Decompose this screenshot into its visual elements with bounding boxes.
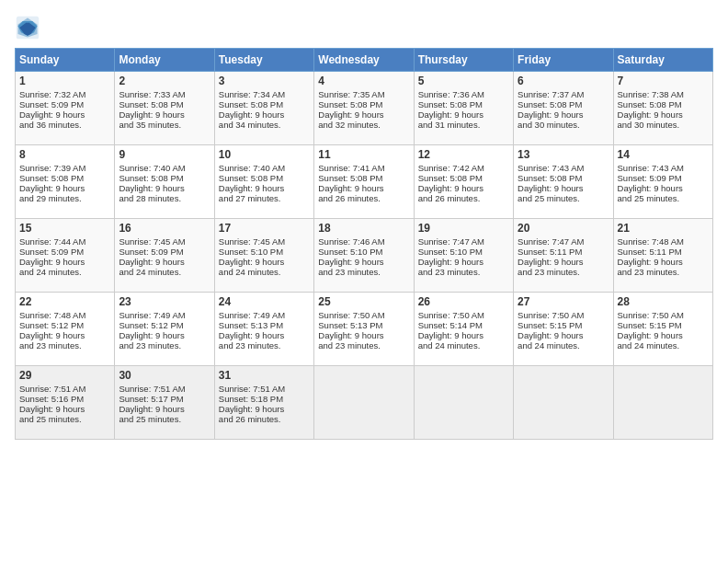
day-info-line: Daylight: 9 hours [518,183,609,193]
day-info-line: Daylight: 9 hours [618,257,709,267]
day-info-line: Sunrise: 7:51 AM [19,384,110,394]
day-info-line: and 28 minutes. [119,193,210,203]
calendar-cell: 7Sunrise: 7:38 AMSunset: 5:08 PMDaylight… [613,72,712,145]
day-info-line: Daylight: 9 hours [219,183,310,193]
day-info-line: Daylight: 9 hours [19,257,110,267]
day-info-line: and 24 minutes. [219,267,310,277]
calendar-cell: 29Sunrise: 7:51 AMSunset: 5:16 PMDayligh… [16,366,115,440]
day-info-line: and 36 minutes. [19,120,110,130]
day-info-line: Sunset: 5:09 PM [19,247,110,257]
calendar-cell: 4Sunrise: 7:35 AMSunset: 5:08 PMDaylight… [314,72,414,145]
day-info-line: Sunset: 5:11 PM [618,247,709,257]
day-number: 30 [119,369,210,382]
day-info-line: Sunrise: 7:37 AM [518,89,609,99]
calendar-week-row: 8Sunrise: 7:39 AMSunset: 5:08 PMDaylight… [16,145,713,219]
day-info-line: Daylight: 9 hours [318,330,409,340]
day-info-line: and 29 minutes. [19,193,110,203]
day-info-line: Sunset: 5:15 PM [518,320,609,330]
day-number: 5 [418,75,509,87]
calendar-cell: 10Sunrise: 7:40 AMSunset: 5:08 PMDayligh… [214,145,313,219]
day-info-line: Sunset: 5:13 PM [318,320,409,330]
calendar-cell: 24Sunrise: 7:49 AMSunset: 5:13 PMDayligh… [214,293,313,366]
day-info-line: Sunset: 5:08 PM [318,99,409,109]
weekday-header-saturday: Saturday [613,49,712,72]
day-number: 15 [19,222,110,235]
calendar-cell: 26Sunrise: 7:50 AMSunset: 5:14 PMDayligh… [414,293,513,366]
day-info-line: Daylight: 9 hours [219,257,310,267]
day-number: 25 [318,295,409,308]
weekday-header-tuesday: Tuesday [214,49,313,72]
day-number: 20 [518,222,609,235]
day-info-line: and 27 minutes. [219,193,310,203]
day-info-line: Daylight: 9 hours [19,330,110,340]
calendar-cell [414,366,513,440]
weekday-header-sunday: Sunday [16,49,115,72]
calendar-cell: 28Sunrise: 7:50 AMSunset: 5:15 PMDayligh… [613,293,712,366]
day-info-line: Daylight: 9 hours [119,404,210,414]
weekday-header-thursday: Thursday [414,49,513,72]
day-info-line: Sunset: 5:08 PM [219,99,310,109]
day-info-line: and 23 minutes. [219,340,310,350]
day-info-line: Sunrise: 7:41 AM [318,163,409,173]
calendar-week-row: 15Sunrise: 7:44 AMSunset: 5:09 PMDayligh… [16,219,713,293]
day-info-line: Sunset: 5:10 PM [418,247,509,257]
day-number: 18 [318,222,409,235]
day-info-line: Sunrise: 7:42 AM [418,163,509,173]
day-info-line: and 26 minutes. [418,193,509,203]
day-number: 8 [19,148,110,161]
day-info-line: and 24 minutes. [418,340,509,350]
day-info-line: Sunset: 5:11 PM [518,247,609,257]
day-number: 13 [518,148,609,161]
day-info-line: Daylight: 9 hours [219,109,310,120]
day-info-line: Sunset: 5:15 PM [618,320,709,330]
day-info-line: Daylight: 9 hours [418,330,509,340]
day-number: 3 [219,75,310,87]
calendar-cell: 27Sunrise: 7:50 AMSunset: 5:15 PMDayligh… [514,293,613,366]
day-info-line: Sunrise: 7:40 AM [219,163,310,173]
calendar-week-row: 22Sunrise: 7:48 AMSunset: 5:12 PMDayligh… [16,293,713,366]
calendar-cell: 30Sunrise: 7:51 AMSunset: 5:17 PMDayligh… [115,366,214,440]
calendar-cell: 25Sunrise: 7:50 AMSunset: 5:13 PMDayligh… [314,293,414,366]
day-info-line: and 23 minutes. [119,340,210,350]
day-info-line: and 24 minutes. [19,267,110,277]
day-info-line: Sunrise: 7:49 AM [219,310,310,320]
day-info-line: Sunset: 5:09 PM [19,99,110,109]
day-number: 24 [219,295,310,308]
day-info-line: Daylight: 9 hours [19,404,110,414]
calendar-cell: 22Sunrise: 7:48 AMSunset: 5:12 PMDayligh… [16,293,115,366]
day-number: 10 [219,148,310,161]
day-info-line: and 34 minutes. [219,120,310,130]
day-info-line: Sunrise: 7:48 AM [618,236,709,247]
day-number: 11 [318,148,409,161]
day-info-line: and 25 minutes. [618,193,709,203]
day-info-line: Daylight: 9 hours [518,109,609,120]
day-info-line: Daylight: 9 hours [518,330,609,340]
day-info-line: Sunset: 5:16 PM [19,394,110,404]
day-info-line: and 23 minutes. [318,267,409,277]
day-number: 26 [418,295,509,308]
calendar-cell: 16Sunrise: 7:45 AMSunset: 5:09 PMDayligh… [115,219,214,293]
day-info-line: Daylight: 9 hours [318,109,409,120]
day-info-line: Daylight: 9 hours [19,183,110,193]
day-info-line: Sunset: 5:12 PM [19,320,110,330]
day-info-line: Daylight: 9 hours [418,109,509,120]
day-info-line: and 23 minutes. [518,267,609,277]
calendar-cell: 20Sunrise: 7:47 AMSunset: 5:11 PMDayligh… [514,219,613,293]
day-info-line: and 24 minutes. [119,267,210,277]
day-info-line: Daylight: 9 hours [318,257,409,267]
weekday-header-monday: Monday [115,49,214,72]
day-info-line: Sunrise: 7:51 AM [119,384,210,394]
day-info-line: Daylight: 9 hours [618,183,709,193]
calendar-cell: 6Sunrise: 7:37 AMSunset: 5:08 PMDaylight… [514,72,613,145]
day-info-line: Sunrise: 7:32 AM [19,89,110,99]
day-info-line: Daylight: 9 hours [219,404,310,414]
day-number: 9 [119,148,210,161]
day-info-line: Sunset: 5:08 PM [418,173,509,183]
weekday-header-wednesday: Wednesday [314,49,414,72]
day-info-line: and 24 minutes. [518,340,609,350]
day-info-line: Sunset: 5:12 PM [119,320,210,330]
day-info-line: Sunrise: 7:47 AM [418,236,509,247]
day-info-line: Sunset: 5:14 PM [418,320,509,330]
day-info-line: and 23 minutes. [318,340,409,350]
day-info-line: Sunrise: 7:39 AM [19,163,110,173]
